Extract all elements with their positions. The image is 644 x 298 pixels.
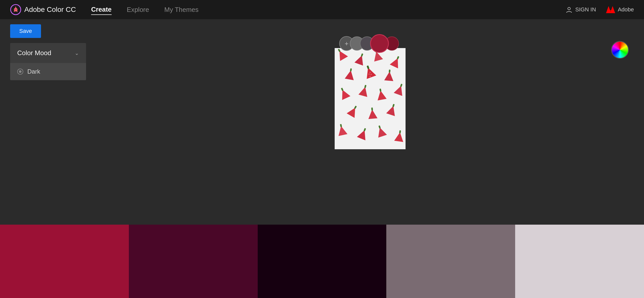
palette-swatch-2[interactable]: [129, 225, 258, 298]
adobe-logo-area: Adobe: [606, 6, 634, 13]
svg-point-40: [370, 72, 371, 73]
svg-point-42: [369, 74, 370, 75]
image-container: +: [335, 48, 406, 149]
adobe-logo-icon: [606, 6, 615, 13]
plus-icon: +: [345, 40, 348, 47]
palette-swatch-3[interactable]: [258, 225, 387, 298]
top-navigation: Adobe Color CC Create Explore My Themes …: [0, 0, 644, 19]
palette-swatch-4[interactable]: [386, 225, 515, 298]
nav-explore[interactable]: Explore: [127, 5, 149, 15]
nav-create[interactable]: Create: [91, 5, 112, 15]
color-pickers: +: [335, 34, 406, 53]
panel-body: Dark: [10, 63, 86, 80]
crimson-color-picker[interactable]: [370, 34, 389, 53]
color-mood-panel: Color Mood ⌄ Dark: [10, 43, 86, 80]
panel-title: Color Mood: [17, 49, 51, 57]
logo-area: Adobe Color CC: [10, 4, 76, 15]
palette-swatch-5[interactable]: [515, 225, 644, 298]
chevron-down-icon: ⌄: [75, 50, 79, 56]
palette-swatch-1[interactable]: [0, 225, 129, 298]
nav-my-themes[interactable]: My Themes: [164, 5, 198, 15]
adobe-color-cc-icon: [10, 4, 21, 15]
dark-option-label: Dark: [27, 68, 40, 75]
dark-radio[interactable]: [17, 69, 23, 75]
adobe-label: Adobe: [618, 6, 634, 13]
nav-links: Create Explore My Themes: [91, 5, 566, 15]
panel-header[interactable]: Color Mood ⌄: [10, 43, 86, 63]
main-content: Save Color Mood ⌄ Dark: [0, 19, 644, 298]
svg-point-43: [370, 76, 371, 77]
sign-in-button[interactable]: SIGN IN: [566, 6, 596, 13]
nav-right: SIGN IN Adobe: [566, 6, 634, 13]
color-palette: [0, 225, 644, 298]
radio-inner: [19, 70, 22, 73]
app-title: Adobe Color CC: [24, 6, 76, 14]
toolbar: Save: [0, 19, 644, 43]
person-icon: [566, 6, 573, 13]
sign-in-label: SIGN IN: [575, 6, 596, 13]
strawberry-svg: [335, 48, 406, 149]
save-button[interactable]: Save: [10, 24, 41, 38]
strawberry-image: [335, 48, 406, 149]
svg-point-2: [568, 7, 570, 10]
svg-rect-17: [389, 70, 391, 73]
svg-point-41: [371, 74, 372, 75]
svg-rect-29: [371, 108, 373, 111]
